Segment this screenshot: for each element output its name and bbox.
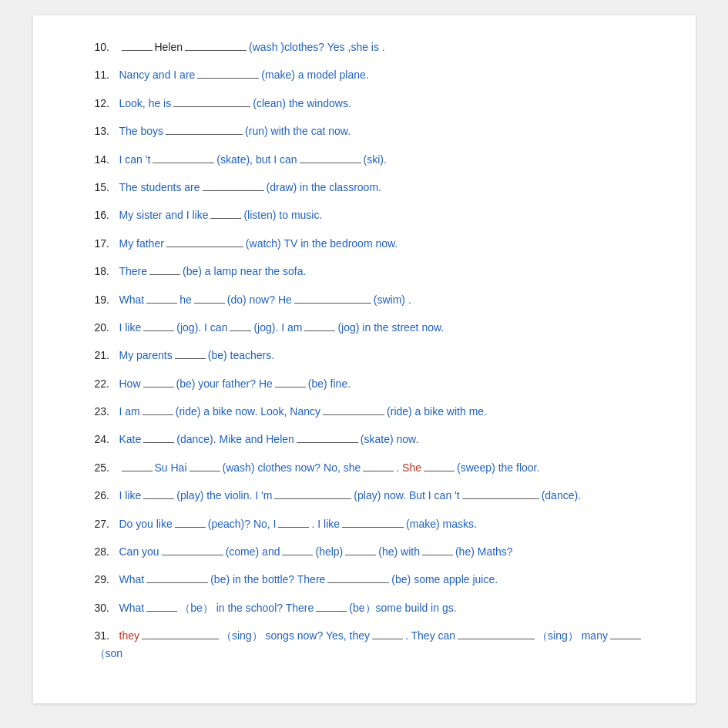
fill-blank[interactable] bbox=[278, 515, 309, 528]
line-number: 25. bbox=[95, 459, 119, 476]
fill-blank[interactable] bbox=[153, 151, 214, 163]
fill-blank[interactable] bbox=[146, 571, 208, 583]
exercise-line: 27. Do you like (peach)? No, I . I like … bbox=[95, 515, 649, 532]
fill-blank[interactable] bbox=[146, 599, 177, 612]
fill-blank[interactable] bbox=[363, 459, 394, 471]
fill-blank[interactable] bbox=[197, 66, 259, 79]
fill-blank[interactable] bbox=[323, 403, 384, 415]
fill-blank[interactable] bbox=[458, 627, 535, 639]
fill-blank[interactable] bbox=[190, 459, 220, 471]
fill-blank[interactable] bbox=[275, 375, 306, 387]
fill-blank[interactable] bbox=[185, 39, 247, 51]
fill-blank[interactable] bbox=[175, 347, 206, 359]
fill-blank[interactable] bbox=[462, 487, 539, 499]
fill-blank[interactable] bbox=[122, 459, 153, 471]
fill-blank[interactable] bbox=[143, 431, 174, 443]
fill-blank[interactable] bbox=[143, 375, 174, 387]
text-segment: What bbox=[119, 599, 145, 616]
exercise-line: 10. Helen (wash )clothes? Yes ,she is . bbox=[95, 39, 649, 55]
fill-blank[interactable] bbox=[143, 403, 173, 415]
exercise-line: 16. My sister and I like (listen) to mus… bbox=[95, 206, 649, 223]
fill-blank[interactable] bbox=[203, 179, 264, 191]
fill-blank[interactable] bbox=[166, 235, 243, 247]
fill-blank[interactable] bbox=[162, 543, 223, 555]
fill-blank[interactable] bbox=[342, 515, 404, 528]
fill-blank[interactable] bbox=[610, 627, 641, 639]
fill-blank[interactable] bbox=[327, 571, 389, 583]
fill-blank[interactable] bbox=[146, 291, 177, 304]
line-number: 31. bbox=[95, 627, 119, 644]
line-number: 18. bbox=[95, 263, 119, 280]
text-segment: (do) now? He bbox=[227, 291, 292, 308]
text-segment: (help) bbox=[315, 543, 343, 560]
line-number: 29. bbox=[95, 571, 119, 588]
exercise-line: 18. There (be) a lamp near the sofa. bbox=[95, 263, 649, 280]
fill-blank[interactable] bbox=[372, 627, 403, 639]
fill-blank[interactable] bbox=[122, 39, 153, 51]
fill-blank[interactable] bbox=[230, 319, 251, 331]
fill-blank[interactable] bbox=[149, 263, 180, 275]
line-number: 22. bbox=[95, 375, 119, 392]
text-segment: （sing） many bbox=[537, 627, 608, 644]
text-segment: Look, he is bbox=[119, 95, 172, 112]
text-segment: Do you like bbox=[119, 515, 173, 532]
text-segment: (listen) to music. bbox=[243, 206, 322, 223]
text-segment: (be) some apple juice. bbox=[391, 571, 498, 588]
fill-blank[interactable] bbox=[345, 543, 376, 555]
fill-blank[interactable] bbox=[282, 543, 313, 555]
fill-blank[interactable] bbox=[274, 487, 351, 499]
text-segment: (swim) . bbox=[374, 291, 411, 308]
worksheet-page: 10. Helen (wash )clothes? Yes ,she is .1… bbox=[33, 15, 696, 703]
text-segment: (be) in the bottle? There bbox=[210, 571, 325, 588]
fill-blank[interactable] bbox=[300, 151, 361, 163]
text-segment: I can 't bbox=[119, 151, 151, 168]
fill-blank[interactable] bbox=[294, 291, 371, 304]
fill-blank[interactable] bbox=[424, 459, 455, 471]
text-segment: . They can bbox=[405, 627, 455, 644]
text-segment: The boys bbox=[119, 122, 164, 139]
line-number: 24. bbox=[95, 431, 119, 448]
fill-blank[interactable] bbox=[166, 122, 243, 135]
fill-blank[interactable] bbox=[304, 319, 335, 331]
fill-blank[interactable] bbox=[173, 95, 250, 107]
text-segment: (wash) clothes now? No, she bbox=[223, 459, 361, 476]
text-segment: (watch) TV in the bedroom now. bbox=[246, 235, 398, 252]
exercise-line: 31. they （sing） songs now? Yes, they . T… bbox=[95, 627, 649, 662]
fill-blank[interactable] bbox=[316, 599, 347, 612]
fill-blank[interactable] bbox=[142, 627, 219, 639]
text-segment: (ride) a bike now. Look, Nancy bbox=[176, 403, 320, 420]
text-segment: I like bbox=[119, 319, 142, 336]
fill-blank[interactable] bbox=[175, 515, 206, 528]
text-segment: What bbox=[119, 291, 145, 308]
fill-blank[interactable] bbox=[143, 487, 174, 499]
text-segment: (clean) the windows. bbox=[253, 95, 351, 112]
text-segment: (sweep) the floor. bbox=[457, 459, 539, 476]
fill-blank[interactable] bbox=[143, 319, 174, 331]
exercise-line: 11. Nancy and I are (make) a model plane… bbox=[95, 66, 649, 83]
text-segment: (be) fine. bbox=[308, 375, 351, 392]
text-segment: The students are bbox=[119, 179, 200, 196]
line-number: 27. bbox=[95, 515, 119, 532]
line-number: 12. bbox=[95, 95, 119, 112]
text-segment: (draw) in the classroom. bbox=[267, 179, 381, 196]
text-segment: My sister and I like bbox=[119, 206, 209, 223]
text-segment: (be) teachers. bbox=[208, 347, 274, 364]
text-segment: There bbox=[119, 263, 148, 280]
exercise-line: 13. The boys (run) with the cat now. bbox=[95, 122, 649, 139]
text-segment: (skate) now. bbox=[361, 431, 418, 448]
text-segment: My parents bbox=[119, 347, 173, 364]
fill-blank[interactable] bbox=[210, 206, 241, 219]
text-segment: . She bbox=[396, 459, 421, 476]
text-segment: My father bbox=[119, 235, 164, 252]
text-segment: What bbox=[119, 571, 145, 588]
text-segment: (be) a lamp near the sofa. bbox=[183, 263, 306, 280]
text-segment: How bbox=[119, 375, 141, 392]
text-segment: (make) masks. bbox=[406, 515, 477, 532]
exercise-line: 22. How (be) your father? He (be) fine. bbox=[95, 375, 649, 392]
fill-blank[interactable] bbox=[194, 291, 225, 304]
text-segment: (wash )clothes? Yes ,she is . bbox=[249, 39, 385, 55]
text-segment: I am bbox=[119, 403, 140, 420]
text-segment: (jog). I can bbox=[176, 319, 227, 336]
fill-blank[interactable] bbox=[422, 543, 453, 555]
fill-blank[interactable] bbox=[297, 431, 358, 443]
